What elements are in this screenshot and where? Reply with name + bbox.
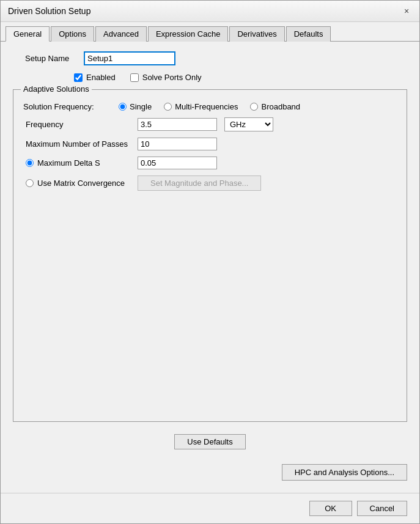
radio-single-text: Single — [130, 102, 152, 111]
setup-name-input[interactable] — [84, 51, 175, 65]
dialog-title: Driven Solution Setup — [8, 6, 90, 16]
ok-button[interactable]: OK — [309, 501, 352, 516]
title-bar: Driven Solution Setup × — [1, 1, 419, 22]
enabled-checkbox[interactable] — [74, 73, 83, 82]
radio-broadband[interactable] — [250, 103, 258, 111]
max-passes-input[interactable] — [138, 138, 217, 150]
radio-multi-label[interactable]: Multi-Frequencies — [164, 102, 238, 111]
solve-ports-only-label: Solve Ports Only — [142, 73, 202, 82]
tab-options[interactable]: Options — [51, 26, 94, 42]
setup-name-label: Setup Name — [25, 54, 74, 63]
tab-general[interactable]: General — [6, 26, 50, 42]
cancel-button[interactable]: Cancel — [357, 501, 407, 516]
max-delta-s-radio-area: Maximum Delta S — [23, 158, 130, 168]
dialog-footer: OK Cancel — [1, 493, 419, 523]
enabled-label: Enabled — [86, 73, 116, 82]
main-content: Setup Name Enabled Solve Ports Only Adap… — [1, 42, 419, 493]
radio-multi-text: Multi-Frequencies — [175, 102, 238, 111]
max-delta-s-label: Maximum Delta S — [37, 158, 100, 168]
frequency-label: Frequency — [23, 120, 130, 129]
radio-max-delta-s[interactable] — [26, 159, 34, 167]
tab-advanced[interactable]: Advanced — [95, 26, 147, 42]
tab-expression-cache[interactable]: Expression Cache — [148, 26, 229, 42]
use-matrix-row: Use Matrix Convergence Set Magnitude and… — [23, 175, 397, 191]
enabled-checkbox-label[interactable]: Enabled — [74, 73, 116, 82]
solution-frequency-row: Solution Frequency: Single Multi-Frequen… — [23, 102, 397, 111]
hpc-analysis-button[interactable]: HPC and Analysis Options... — [282, 464, 407, 481]
group-box-title: Adaptive Solutions — [21, 84, 92, 94]
solve-ports-only-checkbox-label[interactable]: Solve Ports Only — [130, 73, 202, 82]
set-magnitude-phase-button: Set Magnitude and Phase... — [138, 175, 261, 191]
max-passes-row: Maximum Number of Passes — [23, 138, 397, 150]
use-matrix-radio-area: Use Matrix Convergence — [23, 179, 130, 188]
radio-use-matrix[interactable] — [26, 179, 34, 187]
checkbox-row: Enabled Solve Ports Only — [74, 73, 407, 82]
radio-broadband-text: Broadband — [261, 102, 300, 111]
solve-ports-only-checkbox[interactable] — [130, 73, 139, 82]
tab-bar: General Options Advanced Expression Cach… — [1, 22, 419, 42]
radio-single-label[interactable]: Single — [119, 102, 152, 111]
max-delta-s-row: Maximum Delta S — [23, 157, 397, 169]
adaptive-solutions-group: Adaptive Solutions Solution Frequency: S… — [13, 89, 407, 422]
close-button[interactable]: × — [401, 6, 412, 17]
solution-frequency-radio-group: Single Multi-Frequencies Broadband — [119, 102, 300, 111]
tab-defaults[interactable]: Defaults — [286, 26, 331, 42]
max-delta-s-input[interactable] — [138, 157, 217, 169]
radio-broadband-label[interactable]: Broadband — [250, 102, 300, 111]
tab-derivatives[interactable]: Derivatives — [229, 26, 284, 42]
radio-multi[interactable] — [164, 103, 172, 111]
use-defaults-button[interactable]: Use Defaults — [174, 434, 245, 449]
hpc-row: HPC and Analysis Options... — [13, 462, 407, 483]
setup-name-row: Setup Name — [25, 51, 407, 65]
frequency-input[interactable] — [138, 118, 217, 131]
max-passes-label: Maximum Number of Passes — [23, 139, 130, 149]
use-defaults-row: Use Defaults — [13, 429, 407, 454]
radio-single[interactable] — [119, 103, 127, 111]
use-matrix-label: Use Matrix Convergence — [37, 179, 125, 188]
frequency-row: Frequency GHz MHz kHz Hz THz — [23, 117, 397, 131]
unit-select[interactable]: GHz MHz kHz Hz THz — [224, 117, 273, 131]
dialog: Driven Solution Setup × General Options … — [0, 0, 420, 524]
solution-frequency-label: Solution Frequency: — [23, 102, 109, 111]
